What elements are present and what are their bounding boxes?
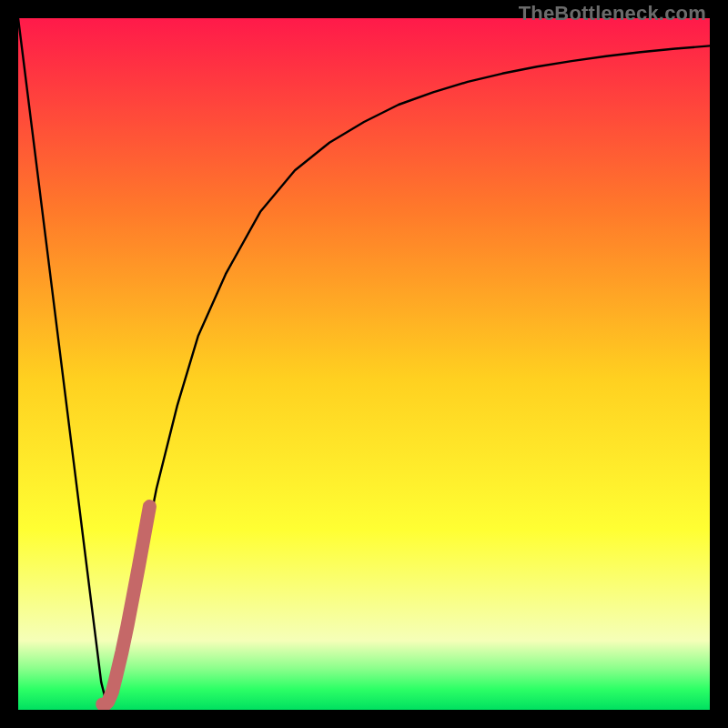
plot-area — [18, 18, 710, 710]
chart-frame: TheBottleneck.com — [0, 0, 728, 728]
chart-svg — [18, 18, 710, 710]
watermark-text: TheBottleneck.com — [519, 2, 706, 25]
